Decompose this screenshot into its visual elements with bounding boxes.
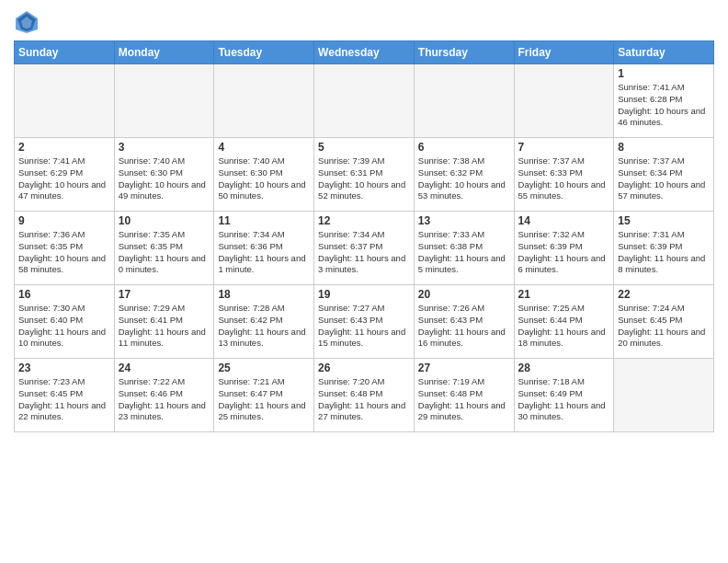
day-number: 8 [618, 141, 710, 154]
day-cell: 25Sunrise: 7:21 AM Sunset: 6:47 PM Dayli… [214, 359, 314, 432]
day-cell [414, 64, 514, 138]
day-number: 12 [318, 214, 410, 227]
day-cell [314, 64, 415, 138]
day-number: 5 [318, 141, 410, 154]
day-cell: 16Sunrise: 7:30 AM Sunset: 6:40 PM Dayli… [15, 285, 115, 359]
day-info: Sunrise: 7:41 AM Sunset: 6:28 PM Dayligh… [618, 82, 710, 129]
col-header-wednesday: Wednesday [314, 41, 415, 64]
day-number: 4 [218, 141, 310, 154]
day-cell: 5Sunrise: 7:39 AM Sunset: 6:31 PM Daylig… [314, 138, 415, 212]
week-row-4: 16Sunrise: 7:30 AM Sunset: 6:40 PM Dayli… [15, 285, 714, 359]
day-number: 14 [518, 214, 610, 227]
day-cell: 19Sunrise: 7:27 AM Sunset: 6:43 PM Dayli… [314, 285, 415, 359]
day-cell [614, 359, 714, 432]
day-info: Sunrise: 7:34 AM Sunset: 6:36 PM Dayligh… [218, 229, 310, 276]
day-info: Sunrise: 7:25 AM Sunset: 6:44 PM Dayligh… [518, 303, 610, 350]
day-cell: 6Sunrise: 7:38 AM Sunset: 6:32 PM Daylig… [414, 138, 514, 212]
col-header-thursday: Thursday [414, 41, 514, 64]
day-number: 10 [119, 214, 210, 227]
day-number: 3 [119, 141, 210, 154]
day-info: Sunrise: 7:20 AM Sunset: 6:48 PM Dayligh… [318, 376, 410, 423]
day-info: Sunrise: 7:40 AM Sunset: 6:30 PM Dayligh… [218, 155, 310, 202]
day-info: Sunrise: 7:29 AM Sunset: 6:41 PM Dayligh… [119, 303, 210, 350]
day-cell: 27Sunrise: 7:19 AM Sunset: 6:48 PM Dayli… [414, 359, 514, 432]
day-info: Sunrise: 7:38 AM Sunset: 6:32 PM Dayligh… [418, 155, 510, 202]
day-number: 9 [18, 214, 110, 227]
day-info: Sunrise: 7:28 AM Sunset: 6:42 PM Dayligh… [218, 303, 310, 350]
logo [14, 9, 43, 35]
day-number: 18 [218, 288, 310, 301]
day-number: 21 [518, 288, 610, 301]
day-cell: 10Sunrise: 7:35 AM Sunset: 6:35 PM Dayli… [114, 212, 214, 285]
page: SundayMondayTuesdayWednesdayThursdayFrid… [0, 0, 728, 563]
day-info: Sunrise: 7:37 AM Sunset: 6:34 PM Dayligh… [618, 155, 710, 202]
day-cell: 8Sunrise: 7:37 AM Sunset: 6:34 PM Daylig… [614, 138, 714, 212]
day-number: 7 [518, 141, 610, 154]
calendar-table: SundayMondayTuesdayWednesdayThursdayFrid… [14, 40, 714, 432]
day-cell: 4Sunrise: 7:40 AM Sunset: 6:30 PM Daylig… [214, 138, 314, 212]
col-header-tuesday: Tuesday [214, 41, 314, 64]
day-cell: 24Sunrise: 7:22 AM Sunset: 6:46 PM Dayli… [114, 359, 214, 432]
col-header-sunday: Sunday [15, 41, 115, 64]
day-cell [114, 64, 214, 138]
day-info: Sunrise: 7:33 AM Sunset: 6:38 PM Dayligh… [418, 229, 510, 276]
week-row-1: 1Sunrise: 7:41 AM Sunset: 6:28 PM Daylig… [15, 64, 714, 138]
day-info: Sunrise: 7:19 AM Sunset: 6:48 PM Dayligh… [418, 376, 510, 423]
day-cell: 20Sunrise: 7:26 AM Sunset: 6:43 PM Dayli… [414, 285, 514, 359]
day-info: Sunrise: 7:24 AM Sunset: 6:45 PM Dayligh… [618, 303, 710, 350]
week-row-5: 23Sunrise: 7:23 AM Sunset: 6:45 PM Dayli… [15, 359, 714, 432]
week-row-3: 9Sunrise: 7:36 AM Sunset: 6:35 PM Daylig… [15, 212, 714, 285]
logo-icon [14, 9, 40, 35]
day-cell [514, 64, 614, 138]
day-info: Sunrise: 7:21 AM Sunset: 6:47 PM Dayligh… [218, 376, 310, 423]
day-info: Sunrise: 7:41 AM Sunset: 6:29 PM Dayligh… [18, 155, 110, 202]
week-row-2: 2Sunrise: 7:41 AM Sunset: 6:29 PM Daylig… [15, 138, 714, 212]
day-cell: 12Sunrise: 7:34 AM Sunset: 6:37 PM Dayli… [314, 212, 415, 285]
day-number: 17 [119, 288, 210, 301]
day-cell: 3Sunrise: 7:40 AM Sunset: 6:30 PM Daylig… [114, 138, 214, 212]
day-info: Sunrise: 7:26 AM Sunset: 6:43 PM Dayligh… [418, 303, 510, 350]
day-info: Sunrise: 7:40 AM Sunset: 6:30 PM Dayligh… [119, 155, 210, 202]
day-number: 2 [18, 141, 110, 154]
day-number: 11 [218, 214, 310, 227]
day-cell: 17Sunrise: 7:29 AM Sunset: 6:41 PM Dayli… [114, 285, 214, 359]
day-cell [15, 64, 115, 138]
day-info: Sunrise: 7:30 AM Sunset: 6:40 PM Dayligh… [18, 303, 110, 350]
day-number: 1 [618, 67, 710, 80]
day-cell: 7Sunrise: 7:37 AM Sunset: 6:33 PM Daylig… [514, 138, 614, 212]
day-cell: 2Sunrise: 7:41 AM Sunset: 6:29 PM Daylig… [15, 138, 115, 212]
day-number: 26 [318, 362, 410, 374]
day-info: Sunrise: 7:31 AM Sunset: 6:39 PM Dayligh… [618, 229, 710, 276]
day-cell: 9Sunrise: 7:36 AM Sunset: 6:35 PM Daylig… [15, 212, 115, 285]
day-number: 6 [418, 141, 510, 154]
day-number: 24 [119, 362, 210, 374]
day-cell [214, 64, 314, 138]
day-cell: 22Sunrise: 7:24 AM Sunset: 6:45 PM Dayli… [614, 285, 714, 359]
day-number: 25 [218, 362, 310, 374]
day-cell: 11Sunrise: 7:34 AM Sunset: 6:36 PM Dayli… [214, 212, 314, 285]
day-info: Sunrise: 7:32 AM Sunset: 6:39 PM Dayligh… [518, 229, 610, 276]
header [14, 9, 714, 35]
day-info: Sunrise: 7:34 AM Sunset: 6:37 PM Dayligh… [318, 229, 410, 276]
col-header-saturday: Saturday [614, 41, 714, 64]
day-number: 27 [418, 362, 510, 374]
day-cell: 21Sunrise: 7:25 AM Sunset: 6:44 PM Dayli… [514, 285, 614, 359]
day-info: Sunrise: 7:36 AM Sunset: 6:35 PM Dayligh… [18, 229, 110, 276]
day-number: 22 [618, 288, 710, 301]
day-number: 20 [418, 288, 510, 301]
day-info: Sunrise: 7:39 AM Sunset: 6:31 PM Dayligh… [318, 155, 410, 202]
day-number: 23 [18, 362, 110, 374]
day-number: 13 [418, 214, 510, 227]
day-info: Sunrise: 7:23 AM Sunset: 6:45 PM Dayligh… [18, 376, 110, 423]
day-number: 15 [618, 214, 710, 227]
day-cell: 18Sunrise: 7:28 AM Sunset: 6:42 PM Dayli… [214, 285, 314, 359]
col-header-monday: Monday [114, 41, 214, 64]
day-cell: 15Sunrise: 7:31 AM Sunset: 6:39 PM Dayli… [614, 212, 714, 285]
day-cell: 14Sunrise: 7:32 AM Sunset: 6:39 PM Dayli… [514, 212, 614, 285]
day-cell: 23Sunrise: 7:23 AM Sunset: 6:45 PM Dayli… [15, 359, 115, 432]
day-info: Sunrise: 7:18 AM Sunset: 6:49 PM Dayligh… [518, 376, 610, 423]
day-number: 19 [318, 288, 410, 301]
day-cell: 1Sunrise: 7:41 AM Sunset: 6:28 PM Daylig… [614, 64, 714, 138]
day-info: Sunrise: 7:35 AM Sunset: 6:35 PM Dayligh… [119, 229, 210, 276]
day-number: 28 [518, 362, 610, 374]
